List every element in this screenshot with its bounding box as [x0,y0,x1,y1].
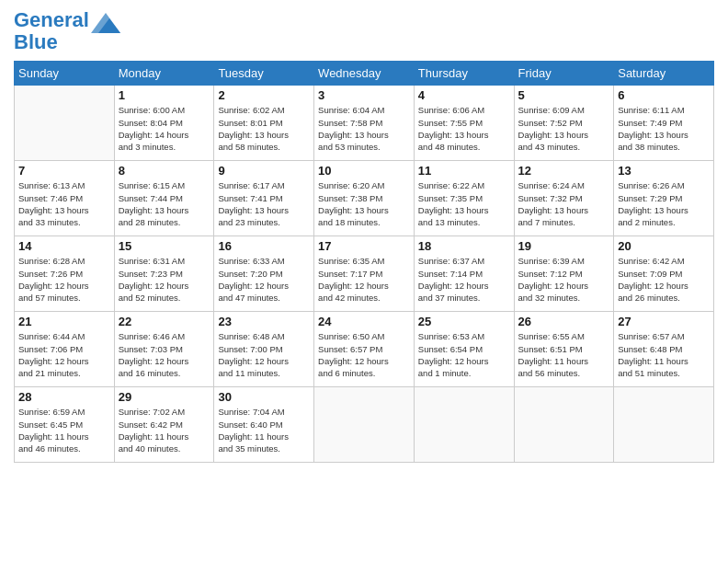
day-number: 15 [119,239,210,253]
day-number: 2 [218,88,310,102]
day-number: 26 [518,315,610,328]
calendar-cell: 17Sunrise: 6:35 AM Sunset: 7:17 PM Dayli… [314,236,415,312]
calendar-cell: 6Sunrise: 6:11 AM Sunset: 7:49 PM Daylig… [614,86,714,161]
weekday-header: Saturday [614,62,714,86]
calendar-week-row: 14Sunrise: 6:28 AM Sunset: 7:26 PM Dayli… [15,236,714,312]
day-number: 18 [418,239,510,253]
calendar-cell: 3Sunrise: 6:04 AM Sunset: 7:58 PM Daylig… [314,86,415,161]
calendar-cell: 16Sunrise: 6:33 AM Sunset: 7:20 PM Dayli… [214,236,314,312]
calendar-cell: 8Sunrise: 6:15 AM Sunset: 7:44 PM Daylig… [114,161,214,236]
day-number: 30 [218,390,310,404]
logo-icon [91,13,120,33]
day-number: 29 [119,390,210,404]
header: GeneralBlue [14,9,714,53]
day-info: Sunrise: 6:35 AM Sunset: 7:17 PM Dayligh… [318,255,410,304]
day-info: Sunrise: 6:53 AM Sunset: 6:54 PM Dayligh… [418,330,510,379]
day-info: Sunrise: 6:39 AM Sunset: 7:12 PM Dayligh… [518,255,610,304]
day-info: Sunrise: 6:50 AM Sunset: 6:57 PM Dayligh… [318,330,410,379]
calendar-cell: 24Sunrise: 6:50 AM Sunset: 6:57 PM Dayli… [314,312,415,387]
calendar-cell [614,387,714,463]
day-info: Sunrise: 6:15 AM Sunset: 7:44 PM Dayligh… [119,179,210,228]
calendar-cell: 21Sunrise: 6:44 AM Sunset: 7:06 PM Dayli… [15,312,115,387]
day-number: 3 [318,88,410,102]
day-number: 11 [418,164,510,178]
weekday-header: Friday [514,62,614,86]
calendar-cell: 9Sunrise: 6:17 AM Sunset: 7:41 PM Daylig… [214,161,314,236]
calendar-cell: 26Sunrise: 6:55 AM Sunset: 6:51 PM Dayli… [514,312,614,387]
day-number: 7 [18,164,110,178]
calendar-cell: 29Sunrise: 7:02 AM Sunset: 6:42 PM Dayli… [114,387,214,463]
day-number: 4 [418,88,510,102]
day-info: Sunrise: 6:09 AM Sunset: 7:52 PM Dayligh… [518,104,610,153]
calendar-cell: 28Sunrise: 6:59 AM Sunset: 6:45 PM Dayli… [15,387,115,463]
day-info: Sunrise: 6:02 AM Sunset: 8:01 PM Dayligh… [218,104,310,153]
calendar-cell: 18Sunrise: 6:37 AM Sunset: 7:14 PM Dayli… [414,236,514,312]
calendar-cell: 20Sunrise: 6:42 AM Sunset: 7:09 PM Dayli… [614,236,714,312]
calendar-cell [514,387,614,463]
calendar-cell: 7Sunrise: 6:13 AM Sunset: 7:46 PM Daylig… [15,161,115,236]
day-info: Sunrise: 6:22 AM Sunset: 7:35 PM Dayligh… [418,179,510,228]
day-info: Sunrise: 6:13 AM Sunset: 7:46 PM Dayligh… [18,179,110,228]
day-number: 21 [18,315,110,328]
weekday-header: Sunday [15,62,115,86]
calendar-cell: 4Sunrise: 6:06 AM Sunset: 7:55 PM Daylig… [414,86,514,161]
day-number: 25 [418,315,510,328]
day-info: Sunrise: 7:02 AM Sunset: 6:42 PM Dayligh… [119,406,210,454]
calendar-week-row: 28Sunrise: 6:59 AM Sunset: 6:45 PM Dayli… [15,387,714,463]
day-info: Sunrise: 6:31 AM Sunset: 7:23 PM Dayligh… [119,255,210,304]
day-info: Sunrise: 6:33 AM Sunset: 7:20 PM Dayligh… [218,255,310,304]
calendar-header-row: SundayMondayTuesdayWednesdayThursdayFrid… [15,62,714,86]
day-number: 28 [18,390,110,404]
calendar-week-row: 1Sunrise: 6:00 AM Sunset: 8:04 PM Daylig… [15,86,714,161]
day-info: Sunrise: 6:42 AM Sunset: 7:09 PM Dayligh… [618,255,710,304]
calendar-cell: 13Sunrise: 6:26 AM Sunset: 7:29 PM Dayli… [614,161,714,236]
calendar-cell [314,387,415,463]
day-info: Sunrise: 6:00 AM Sunset: 8:04 PM Dayligh… [119,104,210,153]
day-number: 8 [119,164,210,178]
calendar-cell: 27Sunrise: 6:57 AM Sunset: 6:48 PM Dayli… [614,312,714,387]
calendar-cell: 1Sunrise: 6:00 AM Sunset: 8:04 PM Daylig… [114,86,214,161]
day-number: 12 [518,164,610,178]
day-info: Sunrise: 6:11 AM Sunset: 7:49 PM Dayligh… [618,104,710,153]
day-number: 22 [119,315,210,328]
day-number: 1 [119,88,210,102]
calendar-cell: 22Sunrise: 6:46 AM Sunset: 7:03 PM Dayli… [114,312,214,387]
weekday-header: Tuesday [214,62,314,86]
day-info: Sunrise: 6:46 AM Sunset: 7:03 PM Dayligh… [119,330,210,379]
calendar-cell: 25Sunrise: 6:53 AM Sunset: 6:54 PM Dayli… [414,312,514,387]
calendar-cell: 2Sunrise: 6:02 AM Sunset: 8:01 PM Daylig… [214,86,314,161]
calendar-cell: 23Sunrise: 6:48 AM Sunset: 7:00 PM Dayli… [214,312,314,387]
day-info: Sunrise: 6:37 AM Sunset: 7:14 PM Dayligh… [418,255,510,304]
calendar-cell: 19Sunrise: 6:39 AM Sunset: 7:12 PM Dayli… [514,236,614,312]
day-info: Sunrise: 6:06 AM Sunset: 7:55 PM Dayligh… [418,104,510,153]
calendar-week-row: 21Sunrise: 6:44 AM Sunset: 7:06 PM Dayli… [15,312,714,387]
calendar-cell: 30Sunrise: 7:04 AM Sunset: 6:40 PM Dayli… [214,387,314,463]
day-info: Sunrise: 6:04 AM Sunset: 7:58 PM Dayligh… [318,104,410,153]
day-info: Sunrise: 6:44 AM Sunset: 7:06 PM Dayligh… [18,330,110,379]
calendar-cell: 12Sunrise: 6:24 AM Sunset: 7:32 PM Dayli… [514,161,614,236]
calendar-cell: 5Sunrise: 6:09 AM Sunset: 7:52 PM Daylig… [514,86,614,161]
day-number: 13 [618,164,710,178]
day-number: 5 [518,88,610,102]
calendar-cell: 11Sunrise: 6:22 AM Sunset: 7:35 PM Dayli… [414,161,514,236]
day-number: 14 [18,239,110,253]
day-number: 20 [618,239,710,253]
calendar: SundayMondayTuesdayWednesdayThursdayFrid… [14,61,714,463]
calendar-cell [414,387,514,463]
day-number: 9 [218,164,310,178]
calendar-cell [15,86,115,161]
day-info: Sunrise: 6:55 AM Sunset: 6:51 PM Dayligh… [518,330,610,379]
calendar-cell: 10Sunrise: 6:20 AM Sunset: 7:38 PM Dayli… [314,161,415,236]
logo-text: GeneralBlue [14,9,89,53]
calendar-cell: 15Sunrise: 6:31 AM Sunset: 7:23 PM Dayli… [114,236,214,312]
day-number: 10 [318,164,410,178]
day-info: Sunrise: 6:20 AM Sunset: 7:38 PM Dayligh… [318,179,410,228]
day-number: 23 [218,315,310,328]
day-info: Sunrise: 6:26 AM Sunset: 7:29 PM Dayligh… [618,179,710,228]
day-info: Sunrise: 7:04 AM Sunset: 6:40 PM Dayligh… [218,406,310,454]
calendar-cell: 14Sunrise: 6:28 AM Sunset: 7:26 PM Dayli… [15,236,115,312]
logo: GeneralBlue [14,9,120,53]
day-info: Sunrise: 6:28 AM Sunset: 7:26 PM Dayligh… [18,255,110,304]
day-info: Sunrise: 6:48 AM Sunset: 7:00 PM Dayligh… [218,330,310,379]
day-number: 27 [618,315,710,328]
